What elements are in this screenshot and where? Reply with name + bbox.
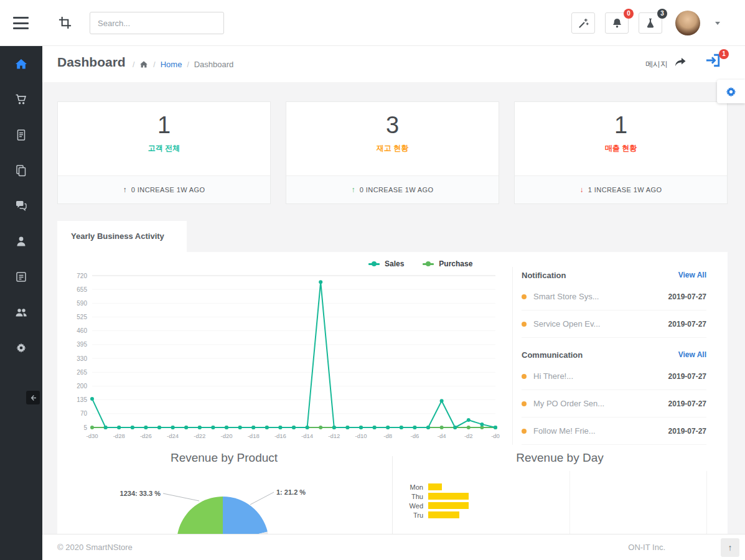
bar-gridline [706,471,707,534]
notification-title: Service Open Ev... [533,319,668,329]
list-icon [15,271,27,283]
forward-arrow-button[interactable] [674,57,686,70]
svg-text:70: 70 [80,410,88,417]
view-all-communication-link[interactable]: View All [678,350,706,359]
bar-row: Wed [392,501,579,510]
notification-section-header: Notification View All [522,267,706,283]
communication-title: Hi There!... [533,371,668,381]
trend-down-icon: ↓ [579,185,583,194]
stat-footer: ↓1 INCREASE 1W AGO [515,175,727,203]
list-item[interactable]: Hi There!... 2019-07-27 [522,363,706,390]
copyright-text: © 2020 SmartNStore [57,534,133,560]
notifications-button[interactable]: 0 [605,12,629,34]
sidebar-item-customers[interactable] [0,223,42,259]
communication-date: 2019-07-27 [668,372,706,381]
user-avatar[interactable] [675,11,700,35]
flask-icon [645,17,656,29]
section-title: Notification [522,271,566,280]
bar-category-label: Wed [392,502,428,510]
svg-text:-d28: -d28 [113,432,125,439]
sidebar-item-settings[interactable] [0,330,42,365]
communication-title: My PO Order Sen... [533,399,668,408]
stat-card-1: 1 고객 전체 ↑0 INCREASE 1W AGO [57,101,271,204]
breadcrumb-home-link[interactable]: Home [161,60,182,69]
arrow-up-icon: ↑ [728,543,733,553]
breadcrumb: / / Home / Dashboard [133,60,233,69]
svg-text:-d2: -d2 [464,432,473,439]
home-icon [15,58,27,70]
trend-up-icon: ↑ [351,185,355,194]
logo-icon[interactable] [57,16,73,32]
sidebar-item-orders[interactable] [0,82,42,117]
notification-title: Smart Store Sys... [533,292,668,301]
lab-flask-button[interactable]: 3 [639,12,662,34]
message-label: 메시지 [645,59,668,70]
sign-in-button[interactable]: 1 [705,52,726,73]
svg-text:525: 525 [77,314,87,320]
bar [428,493,469,500]
list-item[interactable]: Service Open Ev... 2019-07-27 [522,310,706,338]
stat-label: 매출 현황 [515,143,727,154]
top-navbar: 0 3 [0,0,745,46]
svg-text:-d12: -d12 [328,432,340,439]
sidebar-item-home[interactable] [0,46,42,82]
section-title: Communication [522,350,583,360]
sidebar-item-users[interactable] [0,294,42,330]
sidebar-item-messages[interactable] [0,188,42,223]
list-item[interactable]: Follow Me! Frie... 2019-07-27 [522,418,706,445]
sign-in-badge: 1 [719,49,729,59]
svg-text:590: 590 [77,300,87,307]
breadcrumb-bar: Dashboard / / Home / Dashboard 메시지 1 [42,46,745,82]
bullet-dot-icon [522,374,527,379]
revenue-by-product-pie-chart: 1234: 33.3 %1: 21.2 % [95,464,443,534]
svg-text:5: 5 [83,424,87,431]
search-input[interactable] [90,12,224,34]
communication-date: 2019-07-27 [668,427,706,436]
stat-label: 재고 현황 [286,143,499,154]
home-icon[interactable] [139,60,148,68]
svg-text:720: 720 [77,273,87,279]
svg-text:-d16: -d16 [274,432,286,439]
activity-panel: Sales Purchase 5701352002653303954605255… [57,252,728,534]
bar-category-label: Thu [392,493,428,500]
breadcrumb-current: Dashboard [194,60,234,69]
stat-card-3: 1 매출 현황 ↓1 INCREASE 1W AGO [514,101,728,204]
svg-text:200: 200 [77,383,87,390]
bar [428,483,442,490]
svg-text:1234: 33.3 %: 1234: 33.3 % [120,490,161,497]
chat-icon [15,200,27,212]
list-item[interactable]: My PO Order Sen... 2019-07-27 [522,390,706,418]
svg-text:265: 265 [77,369,87,376]
sidebar-item-pages[interactable] [0,152,42,188]
view-all-notifications-link[interactable]: View All [678,271,706,279]
tab-yearly-business-activity[interactable]: Yearly Business Activity [57,221,187,252]
forward-arrow-icon [674,57,686,68]
list-item[interactable]: Smart Store Sys... 2019-07-27 [522,283,706,310]
bullet-dot-icon [522,429,527,434]
settings-panel-button[interactable] [717,80,745,103]
dashboard-page: 0 3 [0,0,745,560]
gear-icon [724,85,738,98]
notifications-column: Notification View All Smart Store Sys...… [512,267,706,445]
svg-text:-d6: -d6 [411,432,419,439]
sidebar-item-schedule[interactable] [0,259,42,294]
menu-toggle-button[interactable] [13,17,29,29]
stat-footer: ↑0 INCREASE 1W AGO [58,175,270,203]
sidebar-item-invoices[interactable] [0,117,42,152]
scroll-to-top-button[interactable]: ↑ [721,538,739,557]
svg-text:-d26: -d26 [140,432,152,439]
page-footer: © 2020 SmartNStore ON-IT Inc. ↑ [42,534,745,560]
revenue-by-product-title: Revenue by Product [57,451,391,465]
sidebar [0,46,42,560]
bar-category-label: Tru [392,511,428,519]
stat-value: 3 [286,112,499,139]
notification-badge: 0 [624,9,634,19]
theme-wand-button[interactable] [571,12,595,34]
revenue-by-day-chart: MonThuWedTru [392,482,579,520]
svg-text:-d24: -d24 [167,432,179,439]
sidebar-collapse-button[interactable] [26,391,40,404]
bar [428,502,469,509]
chevron-down-icon[interactable] [715,22,720,25]
svg-text:-d0: -d0 [491,432,500,439]
communication-title: Follow Me! Frie... [533,426,668,436]
